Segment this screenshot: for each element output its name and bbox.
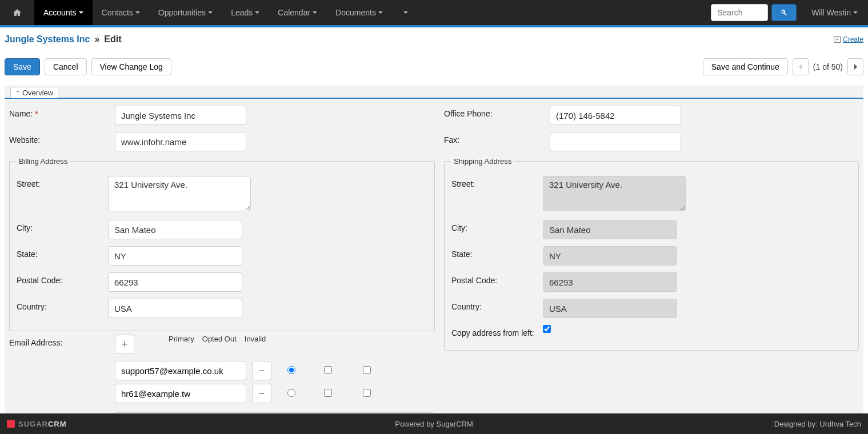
shipping-street-label: Street: xyxy=(451,176,543,188)
shipping-city-label: City: xyxy=(451,220,543,232)
chevron-left-icon xyxy=(798,64,803,70)
footer-designed: Designed by: Urdhva Tech xyxy=(774,420,861,428)
nav-accounts[interactable]: Accounts xyxy=(34,0,93,25)
nav-opportunities[interactable]: Opportunities xyxy=(149,0,222,25)
search-icon xyxy=(780,9,788,17)
email-invalid-checkbox-0[interactable] xyxy=(363,366,371,374)
minus-icon: − xyxy=(259,388,265,400)
name-label: Name: * xyxy=(9,106,115,118)
pager-next-button[interactable] xyxy=(847,58,863,75)
pager-label: (1 of 50) xyxy=(813,62,843,71)
user-menu[interactable]: Will Westin xyxy=(801,0,868,25)
chevron-right-icon xyxy=(853,64,858,70)
billing-postal-input[interactable] xyxy=(108,272,242,292)
shipping-city-input[interactable] xyxy=(543,220,677,239)
footer-powered: Powered by SugarCRM xyxy=(395,420,473,428)
chevron-up-icon: ⌃ xyxy=(15,90,20,96)
save-button[interactable]: Save xyxy=(5,58,40,75)
billing-postal-label: Postal Code: xyxy=(17,272,108,285)
breadcrumb-sep: » xyxy=(94,34,99,45)
save-and-continue-button[interactable]: Save and Continue xyxy=(703,58,788,75)
caret-down-icon xyxy=(313,10,317,15)
fax-input[interactable] xyxy=(550,132,681,151)
email-input-1[interactable] xyxy=(115,384,246,403)
cancel-button[interactable]: Cancel xyxy=(45,58,87,75)
caret-down-icon xyxy=(255,10,259,15)
remove-email-button-0[interactable]: − xyxy=(252,361,271,380)
shipping-address-legend: Shipping Address xyxy=(451,157,514,166)
home-tab[interactable] xyxy=(0,0,34,25)
office-phone-label: Office Phone: xyxy=(444,106,550,118)
shipping-address-fieldset: Shipping Address Street: City: State: xyxy=(444,157,859,351)
footer: SUGARCRM Powered by SugarCRM Designed by… xyxy=(0,413,868,434)
top-navbar: Accounts Contacts Opportunities Leads Ca… xyxy=(0,0,868,25)
billing-state-input[interactable] xyxy=(108,246,242,266)
remove-email-button-1[interactable]: − xyxy=(252,384,271,403)
caret-down-icon xyxy=(378,10,383,15)
billing-country-label: Country: xyxy=(17,299,108,311)
billing-street-label: Street: xyxy=(17,176,108,188)
create-plus-icon[interactable]: + xyxy=(834,36,841,43)
section-divider xyxy=(5,98,863,99)
billing-address-legend: Billing Address xyxy=(17,157,70,166)
nav-leads[interactable]: Leads xyxy=(222,0,269,25)
website-input[interactable] xyxy=(115,132,246,151)
pager-prev-button[interactable] xyxy=(793,58,809,75)
caret-down-icon xyxy=(79,10,83,15)
nav-calendar[interactable]: Calendar xyxy=(269,0,326,25)
breadcrumb-account-link[interactable]: Jungle Systems Inc xyxy=(5,34,90,45)
email-label: Email Address: xyxy=(9,335,115,347)
caret-down-icon xyxy=(403,10,408,15)
copy-address-label: Copy address from left: xyxy=(451,325,543,337)
name-input[interactable] xyxy=(115,106,246,125)
minus-icon: − xyxy=(259,365,265,377)
shipping-country-input[interactable] xyxy=(543,299,677,318)
email-row: − xyxy=(115,361,435,380)
breadcrumb-current: Edit xyxy=(104,34,121,45)
office-phone-input[interactable] xyxy=(550,106,681,125)
shipping-state-label: State: xyxy=(451,246,543,259)
copy-address-checkbox[interactable] xyxy=(543,325,551,333)
billing-country-input[interactable] xyxy=(108,299,242,318)
email-primary-radio-0[interactable] xyxy=(287,366,295,374)
shipping-street-input[interactable] xyxy=(543,176,686,211)
shipping-postal-input[interactable] xyxy=(543,272,677,292)
email-primary-radio-1[interactable] xyxy=(287,389,295,397)
billing-city-label: City: xyxy=(17,220,108,232)
email-row: − xyxy=(115,384,435,403)
nav-contacts[interactable]: Contacts xyxy=(93,0,149,25)
pager: (1 of 50) xyxy=(793,58,863,75)
email-input-0[interactable] xyxy=(115,361,246,380)
caret-down-icon xyxy=(853,10,858,15)
email-optedout-checkbox-0[interactable] xyxy=(324,366,332,374)
email-optedout-checkbox-1[interactable] xyxy=(324,389,332,397)
add-email-button[interactable]: + xyxy=(115,335,134,354)
billing-address-fieldset: Billing Address Street: City: State: xyxy=(9,157,435,331)
shipping-country-label: Country: xyxy=(451,299,543,311)
view-change-log-button[interactable]: View Change Log xyxy=(91,58,171,75)
home-icon xyxy=(13,8,22,17)
nav-overflow[interactable] xyxy=(392,0,417,25)
email-invalid-header: Invalid xyxy=(245,335,266,343)
caret-down-icon xyxy=(135,10,140,15)
shipping-postal-label: Postal Code: xyxy=(451,272,543,285)
email-primary-header: Primary xyxy=(169,335,194,343)
email-optedout-header: Opted Out xyxy=(202,335,237,343)
logo-icon xyxy=(7,420,15,428)
billing-city-input[interactable] xyxy=(108,220,242,239)
overview-section-tab[interactable]: ⌃Overview xyxy=(10,87,58,98)
billing-state-label: State: xyxy=(17,246,108,259)
email-invalid-checkbox-1[interactable] xyxy=(363,389,371,397)
breadcrumb: Jungle Systems Inc » Edit + Create xyxy=(5,27,863,50)
create-link[interactable]: Create xyxy=(843,35,863,43)
search-input[interactable] xyxy=(711,4,768,21)
shipping-state-input[interactable] xyxy=(543,246,677,266)
plus-icon: + xyxy=(122,339,128,351)
footer-logo: SUGARCRM xyxy=(7,420,67,428)
search-button[interactable] xyxy=(771,4,797,21)
billing-street-input[interactable] xyxy=(108,176,251,211)
caret-down-icon xyxy=(208,10,213,15)
nav-documents[interactable]: Documents xyxy=(326,0,392,25)
fax-label: Fax: xyxy=(444,132,550,144)
action-bar: Save Cancel View Change Log Save and Con… xyxy=(5,50,863,86)
